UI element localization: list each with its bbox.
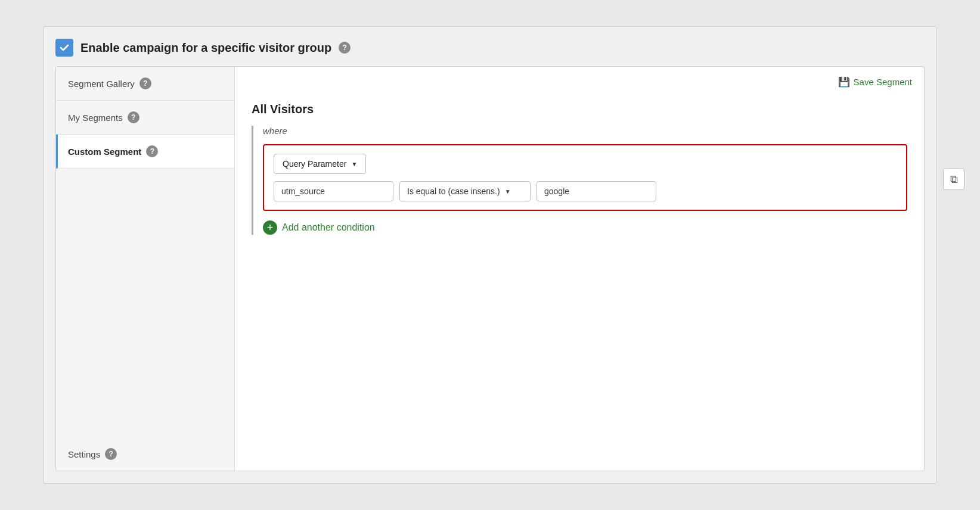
condition-block: where Query Parameter ▼ Is equa [252,126,907,235]
save-icon: 💾 [838,76,850,88]
sidebar-item-my-segments[interactable]: My Segments ? [56,101,234,135]
value-input[interactable] [536,181,656,201]
duplicate-condition-button[interactable]: ⧉ [943,169,965,190]
operator-dropdown-arrow-icon: ▼ [505,188,511,195]
sidebar-settings-help-icon[interactable]: ? [105,448,117,460]
header-row: Enable campaign for a specific visitor g… [55,39,925,57]
add-condition-icon: + [263,220,277,235]
sidebar-item-settings-label: Settings [68,449,100,459]
sidebar-wrapper: Segment Gallery ? My Segments ? Custom S… [56,67,234,471]
outer-container: Enable campaign for a specific visitor g… [43,26,937,484]
sidebar-custom-segment-help-icon[interactable]: ? [146,145,158,157]
add-condition-label: Add another condition [282,222,375,233]
content-area: 💾 Save Segment All Visitors where Query … [235,67,924,471]
condition-type-label: Query Parameter [283,159,346,169]
sidebar-item-custom-segment[interactable]: Custom Segment ? [56,135,234,169]
condition-fields-row: Is equal to (case insens.) ▼ [274,181,897,201]
operator-dropdown[interactable]: Is equal to (case insens.) ▼ [399,181,531,201]
sidebar-item-settings[interactable]: Settings ? [56,437,234,471]
duplicate-icon: ⧉ [950,173,958,186]
sidebar-segment-gallery-help-icon[interactable]: ? [139,77,151,89]
header-help-icon[interactable]: ? [339,42,351,54]
header-title: Enable campaign for a specific visitor g… [80,41,331,55]
dropdown-arrow-icon: ▼ [351,161,357,167]
sidebar-item-my-segments-label: My Segments [68,113,123,123]
sidebar-my-segments-help-icon[interactable]: ? [128,111,139,123]
operator-label: Is equal to (case insens.) [407,186,500,196]
sidebar-item-segment-gallery-label: Segment Gallery [68,79,135,89]
sidebar-item-custom-segment-label: Custom Segment [68,147,141,157]
add-condition-row[interactable]: + Add another condition [263,220,907,235]
condition-type-row: Query Parameter ▼ [274,154,897,174]
sidebar-item-segment-gallery[interactable]: Segment Gallery ? [56,67,234,101]
condition-row: Query Parameter ▼ Is equal to (case inse… [263,144,907,211]
where-label: where [263,126,907,136]
condition-type-dropdown[interactable]: Query Parameter ▼ [274,154,366,174]
main-layout: Segment Gallery ? My Segments ? Custom S… [55,66,925,471]
sidebar-spacer [56,169,234,437]
sidebar: Segment Gallery ? My Segments ? Custom S… [56,67,235,471]
save-segment-button[interactable]: 💾 Save Segment [838,76,912,88]
enable-checkbox[interactable] [55,39,73,57]
section-title: All Visitors [252,102,907,116]
parameter-name-input[interactable] [274,181,393,201]
save-segment-label: Save Segment [854,77,912,87]
